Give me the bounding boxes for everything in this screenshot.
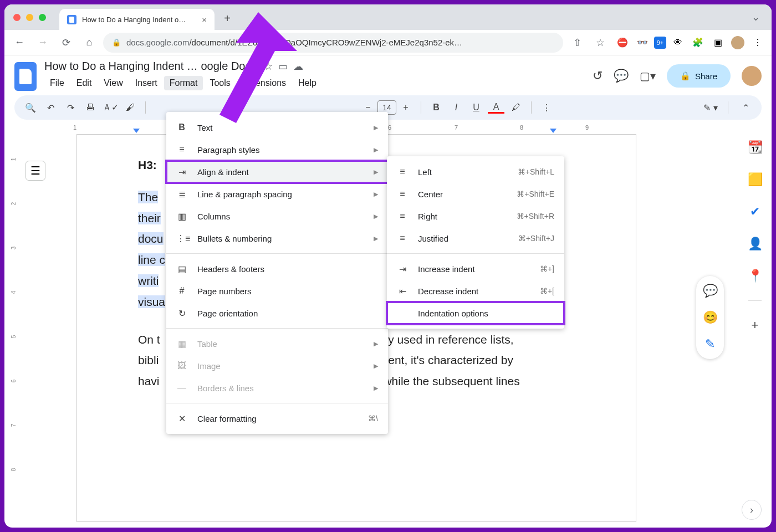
align-indent-submenu: ≡Left⌘+Shift+L ≡Center⌘+Shift+E ≡Right⌘+… (387, 156, 564, 329)
docs-favicon (67, 15, 76, 24)
extensions-puzzle-icon[interactable]: 🧩 (690, 34, 706, 51)
share-url-icon[interactable]: ⇧ (568, 33, 586, 52)
document-outline-button[interactable]: ☰ (25, 161, 45, 181)
menu-tools[interactable]: Tools (204, 76, 236, 90)
menu-item-bullets-numbering[interactable]: ⋮≡Bullets & numbering▶ (166, 227, 388, 249)
browser-tab[interactable]: How to Do a Hanging Indent o… × (59, 9, 215, 30)
submenu-item-decrease-indent[interactable]: ⇤Decrease indent⌘+[ (387, 280, 564, 302)
vertical-ruler[interactable]: 1 2 3 4 5 6 7 8 (12, 134, 21, 528)
ruler-tick: 9 (585, 124, 589, 131)
tabs-dropdown-icon[interactable]: ⌄ (746, 8, 765, 27)
share-button[interactable]: 🔒 Share (667, 64, 731, 88)
suggest-edit-icon[interactable]: ✎ (701, 335, 719, 354)
extension-eye-icon[interactable]: 👁 (670, 34, 686, 51)
menu-item-paragraph-styles[interactable]: ≡Paragraph styles▶ (166, 139, 388, 161)
emoji-react-icon[interactable]: 😊 (701, 308, 719, 327)
scroll-right-button[interactable]: › (742, 500, 762, 520)
meet-icon[interactable]: ▢▾ (640, 69, 656, 83)
extension-ublock-icon[interactable]: ⛔ (614, 34, 631, 51)
calendar-icon[interactable]: 📆 (747, 140, 763, 155)
share-label: Share (695, 71, 717, 81)
menu-format[interactable]: Format (164, 76, 203, 90)
browser-menu-icon[interactable]: ⋮ (749, 34, 766, 51)
extensions-area: ⛔ 👓 9+ 👁 🧩 ▣ ⋮ (614, 34, 766, 51)
submenu-item-justified[interactable]: ≡Justified⌘+Shift+J (387, 227, 564, 249)
collapse-toolbar-icon[interactable]: ⌃ (737, 99, 754, 116)
maps-icon[interactable]: 📍 (747, 268, 763, 284)
address-bar[interactable]: 🔒 docs.google.com/document/d/1EZ6Q52PROa… (103, 33, 563, 53)
menu-item-columns[interactable]: ▥Columns▶ (166, 205, 388, 227)
search-menus-icon[interactable]: 🔍 (22, 99, 39, 116)
submenu-item-right[interactable]: ≡Right⌘+Shift+R (387, 205, 564, 227)
menu-item-clear-formatting[interactable]: ✕Clear formatting⌘\ (166, 407, 388, 429)
highlight-icon[interactable]: 🖍 (508, 99, 524, 116)
keep-icon[interactable]: 🟨 (747, 172, 763, 187)
ruler-tick: 1 (73, 124, 76, 131)
ruler-tick: 8 (520, 124, 523, 131)
more-toolbar-icon[interactable]: ⋮ (538, 99, 555, 116)
docs-header: How to Do a Hanging Indent … oogle Docs … (4, 55, 772, 91)
add-comment-icon[interactable]: 💬 (701, 282, 719, 300)
italic-icon[interactable]: I (448, 99, 464, 116)
move-icon[interactable]: ▭ (278, 60, 288, 73)
font-size-plus[interactable]: + (397, 99, 414, 116)
zoom-icon[interactable] (152, 99, 165, 116)
submenu-item-center[interactable]: ≡Center⌘+Shift+E (387, 183, 564, 205)
close-tab-icon[interactable]: × (202, 15, 207, 24)
print-icon[interactable]: 🖶 (82, 99, 99, 116)
menu-file[interactable]: File (44, 76, 70, 90)
document-title[interactable]: How to Do a Hanging Indent … oogle Docs (44, 60, 256, 73)
menu-view[interactable]: View (98, 76, 128, 90)
menu-extensions[interactable]: Extensions (237, 76, 292, 90)
maximize-window-button[interactable] (39, 14, 46, 21)
menu-item-borders-lines: —Borders & lines▶ (166, 377, 388, 399)
menu-item-headers-footers[interactable]: ▤Headers & footers (166, 258, 388, 280)
editing-mode-icon[interactable]: ✎ ▾ (702, 99, 719, 116)
history-icon[interactable]: ↺ (593, 69, 603, 83)
contacts-icon[interactable]: 👤 (747, 236, 763, 252)
new-tab-button[interactable]: + (219, 10, 236, 27)
profile-avatar-icon[interactable] (729, 34, 746, 51)
add-addon-icon[interactable]: + (747, 318, 763, 333)
menu-edit[interactable]: Edit (71, 76, 98, 90)
menu-insert[interactable]: Insert (130, 76, 163, 90)
menu-item-image: 🖼Image▶ (166, 355, 388, 377)
submenu-item-left[interactable]: ≡Left⌘+Shift+L (387, 161, 564, 183)
bookmark-star-icon[interactable]: ☆ (591, 33, 610, 52)
back-button[interactable]: ← (10, 33, 29, 52)
spellcheck-icon[interactable]: Ａ✓ (102, 99, 119, 116)
bold-icon[interactable]: B (428, 99, 445, 116)
side-panel: 📆 🟨 ✔ 👤 📍 + (738, 134, 772, 528)
text-color-icon[interactable]: A (488, 101, 504, 114)
underline-icon[interactable]: U (468, 99, 484, 116)
sidepanel-icon[interactable]: ▣ (709, 34, 726, 51)
tasks-icon[interactable]: ✔ (747, 204, 763, 219)
menu-item-line-spacing[interactable]: ≣Line & paragraph spacing▶ (166, 183, 388, 205)
docs-logo-icon[interactable] (14, 62, 37, 91)
menu-item-align-indent[interactable]: ⇥Align & indent▶ (166, 161, 388, 183)
redo-icon[interactable]: ↷ (62, 99, 79, 116)
account-avatar[interactable] (742, 66, 762, 86)
menu-help[interactable]: Help (293, 76, 322, 90)
indent-marker-right[interactable] (550, 129, 557, 133)
extension-dark-icon[interactable]: 👓 (634, 34, 651, 51)
cloud-status-icon[interactable]: ☁ (293, 60, 303, 73)
undo-icon[interactable]: ↶ (42, 99, 59, 116)
star-icon[interactable]: ☆ (264, 60, 273, 73)
minimize-window-button[interactable] (26, 14, 33, 21)
paint-format-icon[interactable]: 🖌 (122, 99, 139, 116)
menu-item-page-orientation[interactable]: ↻Page orientation (166, 302, 388, 324)
browser-tab-strip: How to Do a Hanging Indent o… × + ⌄ (4, 4, 772, 30)
submenu-item-increase-indent[interactable]: ⇥Increase indent⌘+] (387, 258, 564, 280)
forward-button[interactable]: → (33, 33, 52, 52)
menu-item-page-numbers[interactable]: #Page numbers (166, 280, 388, 302)
reload-button[interactable]: ⟳ (57, 33, 75, 52)
indent-marker-left[interactable] (133, 129, 140, 133)
menu-bar: File Edit View Insert Format Tools Exten… (44, 76, 585, 90)
extension-blue-icon[interactable]: 9+ (654, 37, 666, 49)
home-button[interactable]: ⌂ (80, 33, 99, 52)
close-window-button[interactable] (13, 14, 21, 21)
submenu-item-indentation-options[interactable]: Indentation options (387, 302, 564, 324)
menu-item-text[interactable]: BText▶ (166, 116, 388, 139)
comments-icon[interactable]: 💬 (614, 69, 629, 83)
